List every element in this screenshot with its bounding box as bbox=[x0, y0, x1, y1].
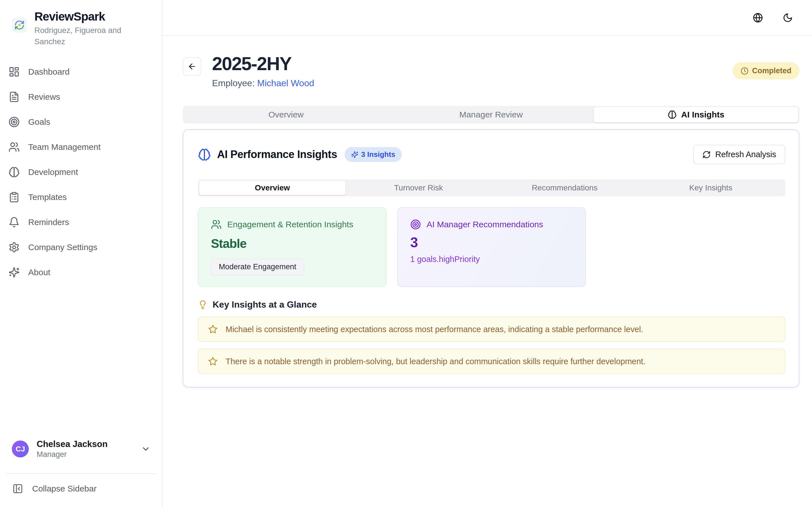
employee-line: Employee: Michael Wood bbox=[212, 78, 314, 89]
status-badge: Completed bbox=[733, 62, 799, 79]
ai-insights-card: AI Performance Insights 3 Insights Refre… bbox=[183, 129, 799, 388]
insights-tab-label: Overview bbox=[255, 183, 290, 192]
back-button[interactable] bbox=[183, 57, 201, 76]
tab-overview[interactable]: Overview bbox=[184, 107, 389, 122]
sidebar-item-label: Team Management bbox=[28, 142, 101, 152]
employee-link[interactable]: Michael Wood bbox=[257, 78, 314, 88]
app-logo-icon bbox=[12, 17, 27, 33]
card-header: AI Performance Insights 3 Insights Refre… bbox=[198, 145, 785, 164]
collapse-sidebar-button[interactable]: Collapse Sidebar bbox=[0, 474, 162, 507]
tab-label: AI Insights bbox=[681, 110, 724, 119]
star-icon bbox=[208, 325, 218, 334]
clipboard-list-icon bbox=[8, 191, 20, 203]
collapse-sidebar-label: Collapse Sidebar bbox=[32, 484, 96, 494]
avatar: CJ bbox=[12, 441, 29, 457]
lightbulb-icon bbox=[198, 300, 207, 309]
recommendations-count: 3 bbox=[410, 234, 573, 251]
page-header: 2025-2HY Employee: Michael Wood Complete… bbox=[183, 53, 799, 89]
app-window: ReviewSpark Rodriguez, Figueroa and Sanc… bbox=[0, 0, 812, 507]
tab-ai-insights[interactable]: AI Insights bbox=[594, 107, 799, 122]
brain-icon bbox=[198, 148, 211, 161]
arrow-left-icon bbox=[188, 62, 197, 71]
insight-text: There is a notable strength in problem-s… bbox=[225, 356, 645, 367]
sparkles-icon bbox=[8, 267, 20, 278]
gear-icon bbox=[8, 242, 20, 253]
sidebar-item-label: Templates bbox=[28, 192, 67, 202]
brain-icon bbox=[668, 110, 677, 119]
content: 2025-2HY Employee: Michael Wood Complete… bbox=[162, 36, 812, 388]
sidebar: ReviewSpark Rodriguez, Figueroa and Sanc… bbox=[0, 0, 162, 507]
engagement-chip: Moderate Engagement bbox=[211, 259, 304, 275]
tab-label: Manager Review bbox=[459, 110, 523, 119]
key-insights-header: Key Insights at a Glance bbox=[198, 299, 785, 310]
sidebar-item-label: About bbox=[28, 268, 50, 277]
sidebar-nav: Dashboard Reviews Goals Team Management … bbox=[0, 59, 162, 285]
target-icon bbox=[410, 219, 421, 230]
main-area: 2025-2HY Employee: Michael Wood Complete… bbox=[162, 0, 812, 507]
sidebar-item-label: Development bbox=[28, 167, 78, 177]
refresh-analysis-button[interactable]: Refresh Analysis bbox=[693, 145, 785, 164]
sidebar-item-development[interactable]: Development bbox=[0, 159, 162, 184]
recommendations-subtitle: 1 goals.highPriority bbox=[410, 255, 573, 264]
recommendations-title: AI Manager Recommendations bbox=[426, 220, 543, 229]
sidebar-item-company-settings[interactable]: Company Settings bbox=[0, 235, 162, 260]
insights-tab-label: Key Insights bbox=[689, 183, 732, 192]
topbar bbox=[162, 0, 812, 36]
insights-tab-overview[interactable]: Overview bbox=[199, 181, 345, 195]
clock-icon bbox=[741, 67, 749, 75]
dark-mode-button[interactable] bbox=[781, 11, 794, 24]
insights-tab-recommendations[interactable]: Recommendations bbox=[492, 181, 638, 195]
insight-item: Michael is consistently meeting expectat… bbox=[198, 317, 785, 342]
language-button[interactable] bbox=[752, 11, 764, 24]
file-text-icon bbox=[8, 91, 20, 103]
refresh-analysis-label: Refresh Analysis bbox=[715, 150, 776, 159]
bell-icon bbox=[8, 217, 20, 228]
insights-tab-key-insights[interactable]: Key Insights bbox=[638, 181, 784, 195]
refresh-icon bbox=[702, 151, 711, 159]
sidebar-item-label: Reminders bbox=[28, 217, 69, 227]
status-text: Completed bbox=[752, 66, 792, 75]
insights-tab-turnover-risk[interactable]: Turnover Risk bbox=[345, 181, 492, 195]
engagement-title: Engagement & Retention Insights bbox=[227, 220, 353, 229]
insights-tabs: Overview Turnover Risk Recommendations K… bbox=[198, 179, 785, 196]
review-tabs: Overview Manager Review AI Insights bbox=[183, 106, 799, 123]
panel-left-close-icon bbox=[12, 483, 23, 494]
insights-tab-label: Recommendations bbox=[532, 183, 598, 192]
insight-item: There is a notable strength in problem-s… bbox=[198, 349, 785, 374]
sidebar-item-templates[interactable]: Templates bbox=[0, 184, 162, 210]
sidebar-item-about[interactable]: About bbox=[0, 260, 162, 285]
brain-icon bbox=[8, 166, 20, 178]
engagement-value: Stable bbox=[211, 237, 373, 251]
chevron-down-icon bbox=[141, 444, 151, 454]
sidebar-item-dashboard[interactable]: Dashboard bbox=[0, 59, 162, 84]
employee-label: Employee: bbox=[212, 78, 255, 88]
key-insights-title: Key Insights at a Glance bbox=[213, 299, 317, 310]
star-icon bbox=[208, 356, 218, 366]
users-icon bbox=[211, 219, 221, 230]
app-title: ReviewSpark bbox=[35, 10, 128, 24]
insights-count-text: 3 Insights bbox=[361, 150, 395, 159]
stat-grid: Engagement & Retention Insights Stable M… bbox=[198, 207, 785, 287]
tab-label: Overview bbox=[268, 110, 304, 119]
tab-manager-review[interactable]: Manager Review bbox=[389, 107, 594, 122]
engagement-card: Engagement & Retention Insights Stable M… bbox=[198, 207, 387, 287]
sidebar-item-label: Goals bbox=[28, 117, 50, 127]
brand: ReviewSpark Rodriguez, Figueroa and Sanc… bbox=[0, 0, 162, 47]
user-menu[interactable]: CJ Chelsea Jackson Manager bbox=[0, 439, 162, 459]
company-name: Rodriguez, Figueroa and Sanchez bbox=[35, 25, 128, 47]
recommendations-card: AI Manager Recommendations 3 1 goals.hig… bbox=[397, 207, 586, 287]
sidebar-item-reviews[interactable]: Reviews bbox=[0, 84, 162, 109]
users-icon bbox=[8, 142, 20, 153]
sidebar-item-reminders[interactable]: Reminders bbox=[0, 210, 162, 235]
sidebar-item-label: Reviews bbox=[28, 92, 60, 102]
sidebar-item-team-management[interactable]: Team Management bbox=[0, 134, 162, 159]
insights-count-badge: 3 Insights bbox=[345, 147, 402, 162]
user-name: Chelsea Jackson bbox=[37, 439, 108, 450]
card-title: AI Performance Insights bbox=[217, 149, 337, 161]
sparkles-icon bbox=[351, 151, 358, 158]
insights-tab-label: Turnover Risk bbox=[394, 183, 443, 192]
page-title: 2025-2HY bbox=[212, 53, 314, 74]
user-role: Manager bbox=[37, 450, 108, 459]
sidebar-item-goals[interactable]: Goals bbox=[0, 109, 162, 134]
insight-text: Michael is consistently meeting expectat… bbox=[225, 324, 643, 335]
